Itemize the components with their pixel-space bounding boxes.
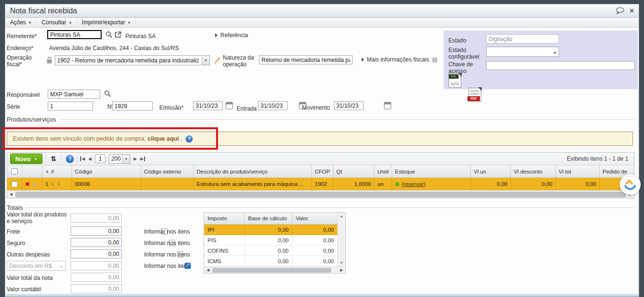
move-up-down-icons[interactable]: ∧ ∨ [51, 182, 61, 186]
col-codigo[interactable]: Código [72, 165, 141, 178]
scroll-left-icon[interactable]: ◀ [7, 192, 15, 196]
serie-label: Série [7, 103, 20, 110]
seguro-label: Seguro [7, 240, 25, 246]
col-vl-tot[interactable]: Vl tot [556, 165, 600, 178]
menu-acoes[interactable]: Ações▼ [5, 18, 37, 27]
grid-horizontal-scrollbar[interactable]: ◀ ▶ [7, 190, 634, 198]
entrada-input[interactable] [258, 101, 288, 110]
col-imposto[interactable]: Imposto [204, 213, 245, 225]
refresh-icon[interactable]: ⇅ [49, 155, 58, 163]
menu-imprimir-exportar[interactable]: Imprimir/exportar▼ [77, 18, 136, 27]
movimento-input[interactable] [334, 101, 364, 110]
prev-page-icon[interactable]: ◀ [88, 156, 92, 161]
col-qt[interactable]: Qt [333, 165, 374, 178]
warning-text: Existem itens sem vínculo com pedido de … [13, 135, 146, 142]
totais-section-header: Totais [7, 204, 634, 211]
external-link-icon[interactable] [114, 31, 122, 38]
outras-despesas-input[interactable] [71, 249, 122, 258]
help-icon[interactable]: ? [186, 135, 193, 143]
natureza-operacao-input[interactable] [259, 55, 353, 64]
xml-file-icon[interactable]: XML </> [448, 73, 461, 88]
responsavel-input[interactable] [48, 90, 100, 99]
frete-input[interactable] [71, 226, 122, 236]
imposto-row-pis[interactable]: PIS 0,00 0,00 [204, 235, 337, 246]
reservar-link[interactable]: (reservar) [402, 181, 426, 187]
clique-aqui-link[interactable]: clique aqui [148, 135, 179, 142]
operacao-fiscal-select[interactable]: 1902 - Retorno de mercadoria remetida pa… [55, 55, 210, 65]
mais-informacoes-fiscais-toggle[interactable]: Mais informações fiscais ▤ [362, 56, 437, 63]
chevron-down-icon: ▼ [69, 21, 72, 24]
col-num[interactable]: ▲# [42, 165, 72, 178]
impostos-vertical-scrollbar[interactable]: ▲ ▼ [337, 213, 345, 266]
menu-bar: Ações▼ Consultar▼ Imprimir/exportar▼ [5, 18, 639, 28]
impostos-horizontal-scrollbar[interactable]: ◀ ▶ [204, 266, 345, 273]
col-codigo-externo[interactable]: Código externo [141, 165, 194, 178]
delete-row-icon[interactable]: ✖ [25, 181, 30, 187]
scroll-right-icon[interactable]: ▶ [338, 268, 345, 272]
col-vl-desconto[interactable]: Vl desconto [511, 165, 556, 178]
imposto-row-cofins[interactable]: COFINS 0,00 0,00 [204, 246, 337, 256]
valor-total-produtos-label: Valor total dos produtos e serviços [7, 211, 68, 225]
col-descricao[interactable]: Descrição do produto/serviço [194, 165, 312, 178]
col-unid[interactable]: Unid [374, 165, 392, 178]
seguro-informar-label: Informar nos itens [144, 240, 190, 246]
expand-arrow-icon [215, 33, 218, 37]
pdf-file-icon[interactable]: PDF [468, 88, 481, 102]
search-icon[interactable] [105, 31, 113, 38]
table-row[interactable]: ✖ 1∧ ∨ 00006 Estrutura sem acabamento pa… [7, 178, 634, 190]
menu-consultar[interactable]: Consultar▼ [37, 18, 77, 27]
select-all-checkbox[interactable] [11, 168, 18, 174]
produtos-grid: Novo ▼ ⇅ ? ◀ ◀ 1 200 ▼ ▶ ▶ [7, 152, 634, 198]
imposto-row-icms[interactable]: ICMS 0,00 0,00 [204, 256, 337, 266]
edit-row-pencil-icon[interactable] [32, 181, 38, 187]
form-list-icon: ▤ [432, 56, 437, 63]
numero-input[interactable] [112, 102, 153, 111]
page-title: Nota fiscal recebida [10, 7, 615, 15]
cell-cfop: 1902 [312, 178, 333, 190]
endereco-label: Endereço* [7, 45, 33, 51]
valor-contabil-input [71, 284, 122, 293]
page-size-select[interactable]: 200 ▼ [109, 154, 130, 164]
row-checkbox[interactable] [11, 181, 18, 187]
col-estoque[interactable]: Estoque [392, 165, 471, 178]
chevron-down-icon: ⌄ [551, 47, 559, 56]
col-valor[interactable]: Valor [292, 213, 337, 225]
remetente-input[interactable] [47, 30, 102, 39]
outras-despesas-label: Outras despesas [7, 251, 50, 258]
col-base-calculo[interactable]: Base de cálculo [245, 213, 292, 225]
search-icon[interactable] [104, 90, 111, 97]
help-icon[interactable]: ? [66, 155, 74, 163]
emissao-input[interactable] [193, 101, 223, 110]
first-page-icon[interactable]: ◀ [80, 156, 85, 161]
next-page-icon[interactable]: ▶ [134, 156, 137, 161]
col-cfop[interactable]: CFOP [312, 165, 333, 178]
col-vl-un[interactable]: Vl un [471, 165, 511, 178]
imposto-row-ipi[interactable]: IPI 0,00 0,00 [204, 225, 337, 235]
edit-pencil-icon[interactable] [214, 56, 221, 64]
lock-icon [46, 57, 52, 64]
scroll-left-icon[interactable]: ◀ [204, 268, 212, 272]
scroll-up-icon[interactable]: ▲ [340, 214, 343, 218]
scrollbar-thumb[interactable] [212, 268, 331, 273]
floating-brand-button[interactable] [620, 174, 641, 195]
combo-arrow-icon: ▼ [202, 56, 209, 65]
close-icon[interactable]: × [630, 7, 634, 15]
serie-input[interactable] [48, 102, 93, 111]
novo-button[interactable]: Novo ▼ [10, 154, 42, 164]
scrollbar-thumb[interactable] [15, 192, 626, 197]
seguro-input[interactable] [71, 238, 122, 247]
referencia-toggle[interactable]: Referência [215, 32, 248, 39]
chat-bubble-icon[interactable] [615, 7, 625, 14]
scroll-down-icon[interactable]: ▼ [340, 261, 343, 265]
calendar-icon[interactable] [226, 102, 233, 109]
expand-arrow-icon [362, 58, 364, 61]
chave-acesso-input[interactable] [486, 61, 635, 70]
estado-input [486, 34, 559, 43]
estado-configuravel-select[interactable]: ⌄ [486, 47, 559, 57]
calendar-icon[interactable] [384, 102, 391, 109]
cell-codigo: 00006 [72, 178, 141, 190]
last-page-icon[interactable]: ▶ [140, 156, 145, 161]
estado-configuravel-label: Estado configurável [448, 47, 486, 60]
page-number-input[interactable]: 1 [95, 154, 105, 163]
desconto-input [71, 261, 122, 270]
